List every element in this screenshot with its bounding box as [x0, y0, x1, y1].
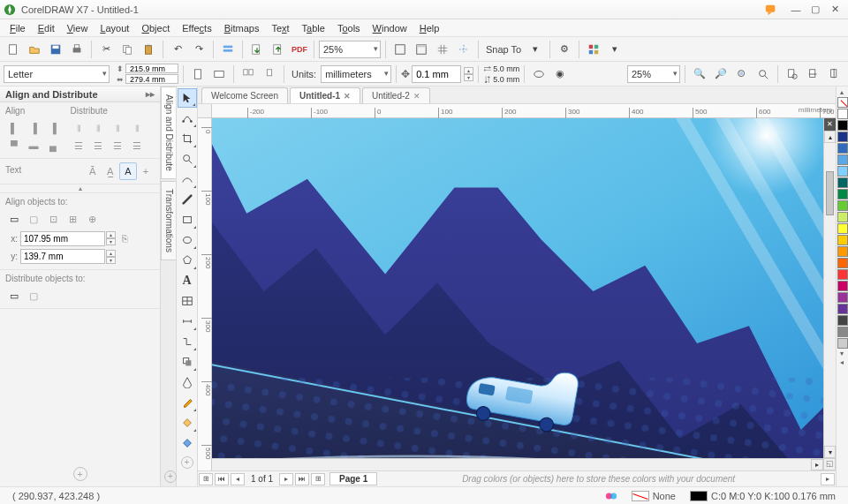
palette-swatch[interactable]: [837, 246, 848, 257]
status-outline-swatch[interactable]: [690, 491, 708, 501]
palette-scroll-down[interactable]: ▾: [837, 350, 847, 358]
search-button[interactable]: [218, 40, 238, 59]
dist-right-button[interactable]: ⫴: [128, 119, 146, 137]
all-pages-button[interactable]: [238, 64, 258, 84]
smart-fill-tool[interactable]: [178, 433, 197, 453]
crop-tool[interactable]: [178, 129, 197, 148]
paste-button[interactable]: [139, 40, 158, 59]
dist-top-button[interactable]: ☰: [70, 137, 87, 154]
palette-swatch[interactable]: [837, 327, 848, 337]
show-rulers-button[interactable]: [412, 40, 431, 59]
text-add-button[interactable]: +: [137, 162, 155, 180]
palette-swatch[interactable]: [837, 200, 848, 211]
palette-swatch[interactable]: [837, 177, 848, 188]
dist-to-selection-button[interactable]: ▭: [5, 287, 23, 305]
align-to-page-center-button[interactable]: ⊡: [44, 210, 62, 228]
docker-tabs-add-button[interactable]: +: [164, 470, 177, 483]
zoom-width-button[interactable]: [804, 64, 823, 84]
zoom-combo[interactable]: 25%▾: [319, 41, 381, 58]
tab-untitled-2[interactable]: Untitled-2✕: [362, 87, 430, 103]
zoom-in-button[interactable]: 🔍: [690, 64, 709, 84]
palette-no-color[interactable]: [837, 97, 848, 108]
shape-tool[interactable]: [178, 109, 197, 128]
landscape-button[interactable]: [209, 64, 229, 84]
pick-tool[interactable]: [178, 88, 197, 108]
page-add-button[interactable]: ⊞: [199, 473, 213, 485]
docker-add-button[interactable]: +: [73, 467, 87, 481]
menu-layout[interactable]: Layout: [94, 21, 135, 35]
align-x-up[interactable]: ▴: [106, 231, 116, 238]
align-y-up[interactable]: ▴: [106, 250, 116, 257]
palette-swatch[interactable]: [837, 154, 848, 165]
drop-shadow-tool[interactable]: [178, 352, 197, 372]
maximize-button[interactable]: ▢: [806, 3, 825, 17]
color-tray-menu[interactable]: ▸: [821, 473, 835, 485]
page-tab-1[interactable]: Page 1: [329, 472, 377, 485]
help-balloon-icon[interactable]: [765, 4, 777, 16]
nudge-spin-up[interactable]: ▴: [464, 67, 473, 74]
palette-swatch[interactable]: [837, 166, 848, 177]
palette-flyout[interactable]: ◂: [837, 358, 847, 367]
import-button[interactable]: [247, 40, 267, 59]
page-next-button[interactable]: ▸: [279, 473, 293, 485]
ruler-vertical[interactable]: 0100200300400500: [198, 118, 212, 470]
zoom-selection-button[interactable]: [732, 64, 752, 84]
eyedropper-tool[interactable]: [178, 393, 197, 412]
status-color-proof-icon[interactable]: [605, 490, 617, 502]
docker-close-icon[interactable]: ▸▸: [146, 89, 155, 99]
cut-button[interactable]: ✂: [96, 40, 116, 59]
menu-table[interactable]: Table: [296, 21, 331, 35]
dist-center-v-button[interactable]: ☰: [89, 137, 107, 154]
text-bounding-button[interactable]: A: [119, 162, 137, 180]
tab-untitled-1[interactable]: Untitled-1✕: [290, 87, 360, 103]
align-left-button[interactable]: ▌: [5, 119, 23, 137]
paper-size-combo[interactable]: Letter▾: [4, 65, 110, 83]
text-baseline-button[interactable]: Ᾱ: [84, 162, 102, 180]
align-top-button[interactable]: ▀: [5, 137, 23, 154]
page-prev-button[interactable]: ◂: [231, 473, 245, 485]
menu-object[interactable]: Object: [135, 21, 176, 35]
open-button[interactable]: [25, 40, 44, 59]
undo-button[interactable]: ↶: [168, 40, 187, 59]
align-x-down[interactable]: ▾: [106, 238, 116, 245]
polygon-tool[interactable]: [178, 251, 197, 270]
dist-spacing-v-button[interactable]: ☰: [109, 137, 126, 154]
dimension-tool[interactable]: [178, 312, 197, 331]
rectangle-tool[interactable]: [178, 210, 197, 229]
dist-spacing-h-button[interactable]: ⫴: [109, 119, 126, 137]
dist-bottom-button[interactable]: ☰: [128, 137, 146, 154]
tab-welcome[interactable]: Welcome Screen: [201, 87, 288, 103]
align-y-down[interactable]: ▾: [106, 257, 116, 264]
relative-button[interactable]: ◉: [550, 64, 570, 84]
navigator-button[interactable]: ◱: [823, 458, 836, 470]
zoom2-combo[interactable]: 25%▾: [627, 65, 680, 83]
snap-to-dropdown[interactable]: ▾: [526, 40, 545, 59]
close-button[interactable]: ✕: [825, 3, 844, 17]
scrollbar-vertical[interactable]: ✕ ▴ ▾: [823, 118, 836, 458]
options-button[interactable]: ⚙: [555, 40, 574, 59]
ellipse-tool[interactable]: [178, 230, 197, 250]
show-guides-button[interactable]: [454, 40, 473, 59]
menu-edit[interactable]: Edit: [32, 21, 61, 35]
publish-pdf-button[interactable]: PDF: [290, 40, 309, 59]
zoom-page-button[interactable]: [783, 64, 802, 84]
app-launcher-dd[interactable]: ▾: [605, 40, 625, 59]
menu-window[interactable]: Window: [367, 21, 413, 35]
export-button[interactable]: [269, 40, 288, 59]
palette-swatch[interactable]: [837, 304, 848, 314]
drawing-canvas[interactable]: ✕ ▴ ▾ ▸ ◱: [212, 118, 836, 470]
zoom-tool[interactable]: [178, 149, 197, 169]
tab-close-icon[interactable]: ✕: [344, 92, 351, 101]
menu-text[interactable]: Text: [265, 21, 295, 35]
print-button[interactable]: [67, 40, 87, 59]
zoom-out-button[interactable]: 🔎: [711, 64, 731, 84]
transparency-tool[interactable]: [178, 372, 197, 392]
palette-swatch[interactable]: [837, 338, 848, 349]
dist-to-page-button[interactable]: ▢: [25, 287, 42, 305]
connector-tool[interactable]: [178, 332, 197, 351]
fullscreen-button[interactable]: [390, 40, 410, 59]
palette-swatch[interactable]: [837, 132, 848, 142]
artistic-media-tool[interactable]: [178, 190, 197, 209]
units-combo[interactable]: millimeters▾: [321, 65, 391, 83]
palette-swatch[interactable]: [837, 120, 848, 131]
